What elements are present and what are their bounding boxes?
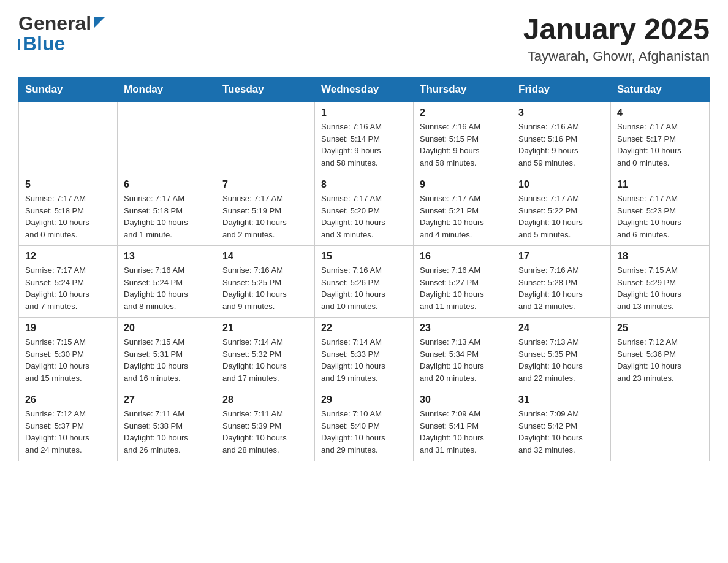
calendar-cell xyxy=(216,102,315,174)
calendar-week-5: 26Sunrise: 7:12 AM Sunset: 5:37 PM Dayli… xyxy=(19,389,710,461)
day-number: 9 xyxy=(420,179,506,190)
day-number: 15 xyxy=(321,251,407,262)
calendar-cell xyxy=(19,102,118,174)
day-number: 29 xyxy=(321,394,407,405)
day-info: Sunrise: 7:16 AM Sunset: 5:24 PM Dayligh… xyxy=(124,264,210,312)
day-number: 6 xyxy=(124,179,210,190)
day-info: Sunrise: 7:17 AM Sunset: 5:22 PM Dayligh… xyxy=(518,193,604,240)
calendar-cell: 6Sunrise: 7:17 AM Sunset: 5:18 PM Daylig… xyxy=(118,174,216,246)
day-info: Sunrise: 7:09 AM Sunset: 5:42 PM Dayligh… xyxy=(518,408,604,456)
weekday-header-friday: Friday xyxy=(512,77,611,102)
calendar-week-3: 12Sunrise: 7:17 AM Sunset: 5:24 PM Dayli… xyxy=(19,246,710,318)
day-number: 7 xyxy=(222,179,308,190)
day-number: 18 xyxy=(617,251,703,262)
calendar-cell: 14Sunrise: 7:16 AM Sunset: 5:25 PM Dayli… xyxy=(216,246,315,318)
calendar-cell: 19Sunrise: 7:15 AM Sunset: 5:30 PM Dayli… xyxy=(19,318,118,389)
calendar-cell xyxy=(118,102,216,174)
calendar-header-row: SundayMondayTuesdayWednesdayThursdayFrid… xyxy=(19,77,710,102)
calendar-cell: 10Sunrise: 7:17 AM Sunset: 5:22 PM Dayli… xyxy=(512,174,611,246)
day-number: 2 xyxy=(420,107,506,118)
title-section: January 2025 Taywarah, Ghowr, Afghanista… xyxy=(523,12,710,64)
day-number: 22 xyxy=(321,323,407,334)
day-info: Sunrise: 7:13 AM Sunset: 5:35 PM Dayligh… xyxy=(518,336,604,384)
calendar-cell: 21Sunrise: 7:14 AM Sunset: 5:32 PM Dayli… xyxy=(216,318,315,389)
day-number: 11 xyxy=(617,179,703,190)
weekday-header-saturday: Saturday xyxy=(611,77,710,102)
calendar-cell: 25Sunrise: 7:12 AM Sunset: 5:36 PM Dayli… xyxy=(611,318,710,389)
calendar-table: SundayMondayTuesdayWednesdayThursdayFrid… xyxy=(18,77,710,461)
logo-triangle-icon xyxy=(93,16,106,29)
calendar-cell: 2Sunrise: 7:16 AM Sunset: 5:15 PM Daylig… xyxy=(414,102,512,174)
calendar-cell: 28Sunrise: 7:11 AM Sunset: 5:39 PM Dayli… xyxy=(216,389,315,461)
day-number: 23 xyxy=(420,323,506,334)
day-number: 21 xyxy=(222,323,308,334)
day-info: Sunrise: 7:17 AM Sunset: 5:17 PM Dayligh… xyxy=(617,121,703,169)
weekday-header-tuesday: Tuesday xyxy=(216,77,315,102)
day-info: Sunrise: 7:16 AM Sunset: 5:27 PM Dayligh… xyxy=(420,264,506,312)
calendar-cell: 13Sunrise: 7:16 AM Sunset: 5:24 PM Dayli… xyxy=(118,246,216,318)
calendar-cell: 18Sunrise: 7:15 AM Sunset: 5:29 PM Dayli… xyxy=(611,246,710,318)
calendar-cell: 17Sunrise: 7:16 AM Sunset: 5:28 PM Dayli… xyxy=(512,246,611,318)
calendar-week-1: 1Sunrise: 7:16 AM Sunset: 5:14 PM Daylig… xyxy=(19,102,710,174)
day-number: 5 xyxy=(25,179,111,190)
weekday-header-sunday: Sunday xyxy=(19,77,118,102)
day-info: Sunrise: 7:17 AM Sunset: 5:23 PM Dayligh… xyxy=(617,193,703,240)
weekday-header-wednesday: Wednesday xyxy=(315,77,414,102)
day-number: 8 xyxy=(321,179,407,190)
calendar-cell: 15Sunrise: 7:16 AM Sunset: 5:26 PM Dayli… xyxy=(315,246,414,318)
calendar-cell: 11Sunrise: 7:17 AM Sunset: 5:23 PM Dayli… xyxy=(611,174,710,246)
day-info: Sunrise: 7:11 AM Sunset: 5:38 PM Dayligh… xyxy=(124,408,210,456)
calendar-cell: 7Sunrise: 7:17 AM Sunset: 5:19 PM Daylig… xyxy=(216,174,315,246)
calendar-cell: 3Sunrise: 7:16 AM Sunset: 5:16 PM Daylig… xyxy=(512,102,611,174)
month-title: January 2025 xyxy=(523,12,710,46)
day-info: Sunrise: 7:17 AM Sunset: 5:19 PM Dayligh… xyxy=(222,193,308,240)
day-info: Sunrise: 7:16 AM Sunset: 5:28 PM Dayligh… xyxy=(518,264,604,312)
calendar-cell: 24Sunrise: 7:13 AM Sunset: 5:35 PM Dayli… xyxy=(512,318,611,389)
day-number: 12 xyxy=(25,251,111,262)
day-info: Sunrise: 7:10 AM Sunset: 5:40 PM Dayligh… xyxy=(321,408,407,456)
calendar-cell: 31Sunrise: 7:09 AM Sunset: 5:42 PM Dayli… xyxy=(512,389,611,461)
day-number: 25 xyxy=(617,323,703,334)
day-info: Sunrise: 7:17 AM Sunset: 5:20 PM Dayligh… xyxy=(321,193,407,240)
day-number: 30 xyxy=(420,394,506,405)
calendar-cell: 30Sunrise: 7:09 AM Sunset: 5:41 PM Dayli… xyxy=(414,389,512,461)
day-info: Sunrise: 7:16 AM Sunset: 5:26 PM Dayligh… xyxy=(321,264,407,312)
calendar-cell: 16Sunrise: 7:16 AM Sunset: 5:27 PM Dayli… xyxy=(414,246,512,318)
logo-general: General xyxy=(18,12,91,35)
calendar-week-4: 19Sunrise: 7:15 AM Sunset: 5:30 PM Dayli… xyxy=(19,318,710,389)
weekday-header-thursday: Thursday xyxy=(414,77,512,102)
weekday-header-monday: Monday xyxy=(118,77,216,102)
day-number: 28 xyxy=(222,394,308,405)
calendar-week-2: 5Sunrise: 7:17 AM Sunset: 5:18 PM Daylig… xyxy=(19,174,710,246)
calendar-cell: 23Sunrise: 7:13 AM Sunset: 5:34 PM Dayli… xyxy=(414,318,512,389)
calendar-cell: 20Sunrise: 7:15 AM Sunset: 5:31 PM Dayli… xyxy=(118,318,216,389)
day-info: Sunrise: 7:17 AM Sunset: 5:21 PM Dayligh… xyxy=(420,193,506,240)
calendar-cell xyxy=(611,389,710,461)
day-number: 31 xyxy=(518,394,604,405)
day-number: 17 xyxy=(518,251,604,262)
calendar-cell: 1Sunrise: 7:16 AM Sunset: 5:14 PM Daylig… xyxy=(315,102,414,174)
calendar-cell: 5Sunrise: 7:17 AM Sunset: 5:18 PM Daylig… xyxy=(19,174,118,246)
calendar-cell: 22Sunrise: 7:14 AM Sunset: 5:33 PM Dayli… xyxy=(315,318,414,389)
day-number: 10 xyxy=(518,179,604,190)
day-number: 3 xyxy=(518,107,604,118)
day-info: Sunrise: 7:17 AM Sunset: 5:18 PM Dayligh… xyxy=(124,193,210,240)
calendar-cell: 4Sunrise: 7:17 AM Sunset: 5:17 PM Daylig… xyxy=(611,102,710,174)
day-number: 19 xyxy=(25,323,111,334)
day-number: 26 xyxy=(25,394,111,405)
day-info: Sunrise: 7:13 AM Sunset: 5:34 PM Dayligh… xyxy=(420,336,506,384)
location: Taywarah, Ghowr, Afghanistan xyxy=(523,48,710,64)
calendar-cell: 12Sunrise: 7:17 AM Sunset: 5:24 PM Dayli… xyxy=(19,246,118,318)
day-info: Sunrise: 7:16 AM Sunset: 5:14 PM Dayligh… xyxy=(321,121,407,169)
svg-marker-0 xyxy=(94,17,105,28)
day-info: Sunrise: 7:17 AM Sunset: 5:24 PM Dayligh… xyxy=(25,264,111,312)
day-info: Sunrise: 7:16 AM Sunset: 5:25 PM Dayligh… xyxy=(222,264,308,312)
day-info: Sunrise: 7:14 AM Sunset: 5:33 PM Dayligh… xyxy=(321,336,407,384)
day-number: 4 xyxy=(617,107,703,118)
day-info: Sunrise: 7:11 AM Sunset: 5:39 PM Dayligh… xyxy=(222,408,308,456)
calendar-cell: 9Sunrise: 7:17 AM Sunset: 5:21 PM Daylig… xyxy=(414,174,512,246)
day-info: Sunrise: 7:15 AM Sunset: 5:31 PM Dayligh… xyxy=(124,336,210,384)
day-info: Sunrise: 7:12 AM Sunset: 5:36 PM Dayligh… xyxy=(617,336,703,384)
day-info: Sunrise: 7:16 AM Sunset: 5:15 PM Dayligh… xyxy=(420,121,506,169)
day-number: 24 xyxy=(518,323,604,334)
